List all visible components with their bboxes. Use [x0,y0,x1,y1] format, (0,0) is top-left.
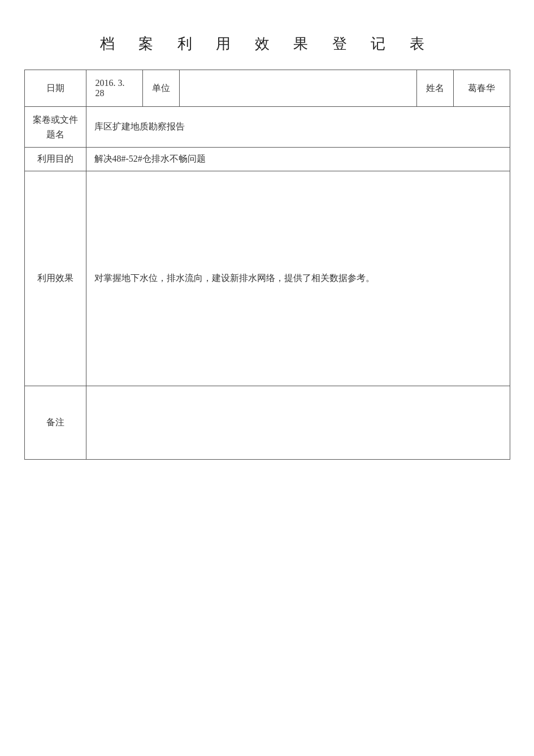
file-name-row: 案卷或文件题名 库区扩建地质勘察报告 [24,107,510,148]
file-name-value: 库区扩建地质勘察报告 [86,107,510,148]
page-title: 档 案 利 用 效 果 登 记 表 [24,23,510,54]
unit-value [179,70,416,107]
notes-row: 备注 [24,386,510,460]
name-value: 葛春华 [453,70,510,107]
notes-value [86,386,510,460]
effect-label: 利用效果 [24,171,86,386]
effect-row: 利用效果 对掌握地下水位，排水流向，建设新排水网络，提供了相关数据参考。 [24,171,510,386]
name-label: 姓名 [416,70,453,107]
page-container: 档 案 利 用 效 果 登 记 表 日期 2016. 3. 28 单位 姓名 葛… [24,23,510,460]
date-label: 日期 [24,70,86,107]
file-name-label: 案卷或文件题名 [24,107,86,148]
purpose-row: 利用目的 解决48#-52#仓排水不畅问题 [24,148,510,171]
effect-value: 对掌握地下水位，排水流向，建设新排水网络，提供了相关数据参考。 [86,171,510,386]
header-row: 日期 2016. 3. 28 单位 姓名 葛春华 [24,70,510,107]
purpose-label: 利用目的 [24,148,86,171]
purpose-value: 解决48#-52#仓排水不畅问题 [86,148,510,171]
date-value: 2016. 3. 28 [86,70,142,107]
unit-label: 单位 [142,70,179,107]
notes-label: 备注 [24,386,86,460]
main-table: 日期 2016. 3. 28 单位 姓名 葛春华 案卷或文件题名 库区扩建地质勘… [24,70,510,460]
